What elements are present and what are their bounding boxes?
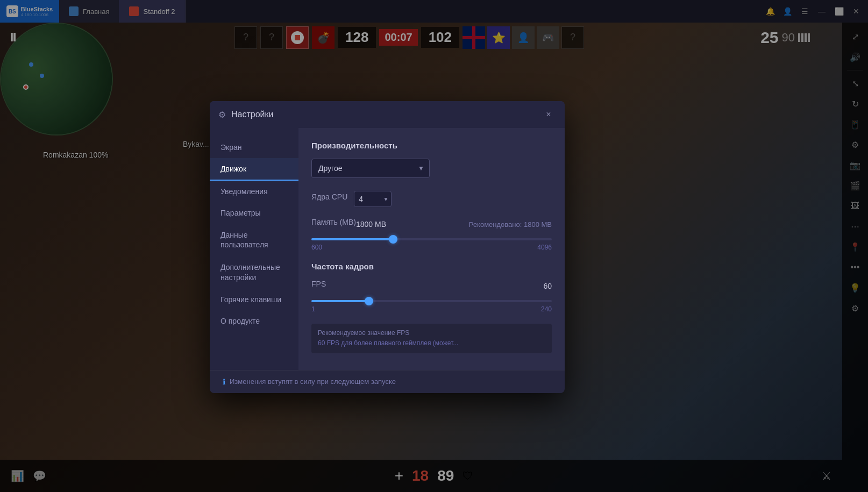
nav-item-o-produkte[interactable]: О продукте [210, 310, 298, 332]
fps-label: FPS [311, 280, 326, 288]
cpu-select[interactable]: 4 1 2 8 [354, 191, 392, 207]
modal-title: Настройки [231, 110, 536, 119]
fps-rec-desc: 60 FPS для более плавного геймплея (може… [318, 339, 545, 348]
nav-item-dannye[interactable]: Данные пользователя [210, 224, 298, 256]
fps-slider-container: 1 240 [311, 298, 552, 313]
info-icon: ℹ [223, 377, 225, 386]
fps-section-title: Частота кадров [311, 262, 552, 271]
nav-item-parametry[interactable]: Параметры [210, 202, 298, 224]
memory-label: Память (MB) [311, 218, 356, 226]
memory-slider-container: 600 4096 [311, 236, 552, 251]
nav-item-goryachie[interactable]: Горячие клавиши [210, 289, 298, 310]
memory-setting-row: Память (MB) 1800 MB Рекомендовано: 1800 … [311, 218, 552, 251]
settings-content: Производительность Другое Низкое Среднее… [298, 128, 565, 370]
nav-item-uvedomleniya[interactable]: Уведомления [210, 181, 298, 202]
fps-value: 60 [543, 282, 552, 290]
cpu-dropdown-wrap: 4 1 2 8 ▼ [354, 191, 392, 207]
nav-item-dvizhok[interactable]: Движок [210, 158, 298, 181]
nav-item-ekran[interactable]: Экран [210, 137, 298, 158]
fps-slider-labels: 1 240 [311, 305, 552, 313]
nav-item-dop[interactable]: Дополнительные настройки [210, 256, 298, 288]
memory-min-label: 600 [311, 244, 322, 251]
memory-recommended: Рекомендовано: 1800 MB [469, 220, 552, 229]
performance-dropdown-wrap: Другое Низкое Среднее Высокое ▼ [311, 159, 430, 178]
modal-body: Экран Движок Уведомления Параметры Данны… [210, 128, 565, 370]
memory-max-label: 4096 [537, 244, 552, 251]
performance-dropdown[interactable]: Другое Низкое Среднее Высокое [311, 159, 430, 178]
cpu-setting-row: Ядра CPU 4 1 2 8 ▼ [311, 191, 552, 207]
performance-title: Производительность [311, 141, 552, 150]
memory-value: 1800 MB [356, 220, 386, 229]
cpu-inline: Ядра CPU 4 1 2 8 ▼ [311, 191, 552, 207]
settings-modal: ⚙ Настройки × Экран Движок Уведомления П… [210, 101, 565, 393]
modal-close-btn[interactable]: × [541, 107, 556, 122]
memory-slider-track [311, 238, 552, 240]
fps-recommended-box: Рекомендуемое значение FPS 60 FPS для бо… [311, 324, 552, 353]
fps-max-label: 240 [541, 305, 552, 313]
settings-footer: ℹ Изменения вступят в силу при следующем… [210, 370, 565, 393]
fps-setting-row: FPS 60 1 240 [311, 280, 552, 313]
fps-slider-thumb[interactable] [365, 297, 373, 305]
modal-gear-icon: ⚙ [218, 110, 226, 120]
memory-slider-fill [311, 238, 393, 240]
cpu-label: Ядра CPU [311, 192, 347, 201]
fps-slider-fill [311, 300, 369, 302]
footer-notice: Изменения вступят в силу при следующем з… [230, 377, 396, 387]
fps-slider-track [311, 300, 552, 302]
memory-slider-thumb[interactable] [389, 235, 397, 244]
fps-min-label: 1 [311, 305, 315, 313]
modal-overlay: ⚙ Настройки × Экран Движок Уведомления П… [0, 0, 868, 492]
fps-rec-title: Рекомендуемое значение FPS [318, 329, 545, 337]
settings-nav: Экран Движок Уведомления Параметры Данны… [210, 128, 298, 370]
memory-slider-labels: 600 4096 [311, 244, 552, 251]
modal-header: ⚙ Настройки × [210, 101, 565, 128]
